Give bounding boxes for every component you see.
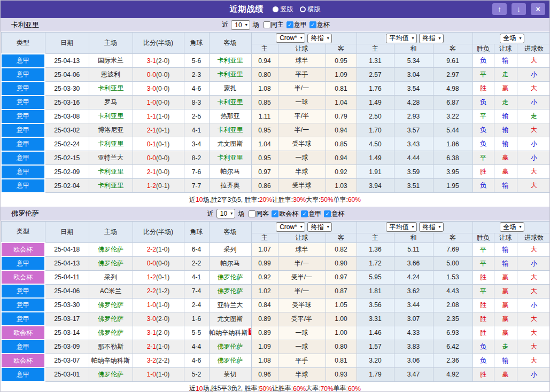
- filter-checkbox-2[interactable]: ✓: [286, 21, 293, 28]
- half-time-score: (0-0): [156, 154, 169, 162]
- handicap-cell: 受半/一: [278, 270, 326, 284]
- ah-home-odds: 0.85: [251, 96, 278, 109]
- filter-controls: 近10▾场同客✓欧会杯✓意甲✓意杯: [1, 209, 549, 218]
- league-cell: 意甲: [1, 340, 45, 354]
- euro-draw-odds: 3.62: [394, 284, 433, 298]
- scope-select[interactable]: 全场▾: [500, 34, 524, 43]
- scope-group: 全场▾: [472, 33, 550, 44]
- handicap-result-cell: 赢: [494, 151, 517, 165]
- euro-away-odds: 1.95: [433, 179, 472, 193]
- ah-home-odds: 0.96: [251, 367, 278, 381]
- euro-period-select[interactable]: 终指▾: [419, 222, 444, 232]
- handicap-result-cell: 赢: [494, 312, 517, 326]
- result-cell: 平: [472, 109, 494, 123]
- scope-select[interactable]: 全场▾: [500, 222, 524, 232]
- table-row: 意甲25-03-02博洛尼亚2-1(0-1)4-1卡利亚里0.95半/一0.94…: [1, 123, 550, 137]
- handicap-result-cell: 输: [494, 109, 517, 123]
- home-team-name: 佛罗伦萨: [98, 246, 123, 253]
- odds-company-select[interactable]: Crow*▾: [276, 33, 305, 43]
- euro-draw-odds: 5.34: [394, 54, 433, 68]
- full-time-score: 2-1: [147, 343, 156, 350]
- odds-period-select[interactable]: 终指▾: [307, 34, 332, 43]
- scroll-down-button[interactable]: ↓: [512, 3, 526, 15]
- half-time-score: (1-0): [156, 343, 169, 350]
- euro-draw-odds: 4.44: [394, 151, 433, 165]
- euro-away-odds: 3.22: [433, 109, 472, 123]
- away-team-name: 尤文图斯: [218, 140, 243, 147]
- score-cell: 3-2(2-2): [133, 354, 184, 367]
- handicap-result-cell: 赢: [494, 367, 517, 381]
- away-team-name: 佛罗伦萨: [218, 287, 243, 295]
- corners-cell: 1-6: [184, 312, 209, 326]
- full-time-score: 0-0: [147, 71, 156, 79]
- ah-home-odds: 1.04: [251, 137, 278, 151]
- league-cell: 意甲: [1, 68, 45, 82]
- summary-segment: 50%: [259, 385, 272, 392]
- summary-row: 近10场,胜2平3负5, 胜率:20% 让胜率:30% 大率:50% 单率:60…: [1, 193, 549, 207]
- full-time-score: 3-0: [147, 315, 156, 323]
- filter-checkbox-3[interactable]: ✓: [301, 210, 308, 217]
- recent-count-select[interactable]: 10▾: [216, 209, 235, 218]
- column-header: 日期: [45, 221, 89, 242]
- layout-radio-1[interactable]: [273, 6, 278, 12]
- filter-checkbox-4[interactable]: ✓: [324, 210, 331, 217]
- euro-company-select[interactable]: 平均值▾: [386, 34, 417, 43]
- close-button[interactable]: ×: [531, 3, 545, 15]
- euro-period-select[interactable]: 终指▾: [419, 34, 444, 43]
- euro-home-odds: 1.76: [357, 82, 394, 96]
- table-row: 意甲25-03-30佛罗伦萨1-0(1-0)2-4亚特兰大0.84受半球1.05…: [1, 298, 550, 312]
- euro-away-odds: 3.95: [433, 165, 472, 179]
- table-row: 意甲25-02-15亚特兰大0-0(0-0)8-2卡利亚里0.95一球0.941…: [1, 151, 550, 165]
- date-cell: 25-03-01: [45, 367, 89, 381]
- summary-segment: 让胜率:: [272, 384, 293, 392]
- select-value: 平均值: [390, 223, 409, 232]
- result-cell: 平: [472, 284, 494, 298]
- full-time-score: 2-1: [147, 127, 156, 134]
- date-cell: 25-03-02: [45, 123, 89, 137]
- ah-away-odds: 0.82: [326, 242, 357, 256]
- corners-cell: 4-1: [184, 123, 209, 137]
- ah-home-odds: 0.84: [251, 298, 278, 312]
- scroll-up-button[interactable]: ↑: [492, 3, 507, 15]
- filter-checkbox-2[interactable]: ✓: [272, 210, 278, 217]
- away-team-cell: 佛罗伦萨: [209, 354, 251, 367]
- date-cell: 25-04-13: [45, 256, 89, 270]
- euro-home-odds: 1.49: [357, 96, 394, 109]
- league-cell: 意甲: [1, 54, 45, 68]
- odds-period-select[interactable]: 终指▾: [307, 222, 332, 232]
- result-cell: 胜: [472, 326, 494, 340]
- euro-away-odds: 5.00: [433, 256, 472, 270]
- odds-company-select[interactable]: Crow*▾: [276, 222, 305, 232]
- euro-home-odds: 1.36: [357, 242, 394, 256]
- away-team-name: 卡利亚里: [218, 70, 243, 78]
- filter-checkbox-1[interactable]: [264, 21, 270, 28]
- corners-cell: 4-6: [184, 354, 209, 367]
- summary-segment: 大率:: [306, 384, 320, 392]
- euro-company-select[interactable]: 平均值▾: [386, 222, 417, 232]
- result-cell: 胜: [472, 298, 494, 312]
- ah-away-odds: 0.79: [326, 109, 357, 123]
- league-cell: 意甲: [1, 109, 45, 123]
- away-team-cell: 拉齐奥: [209, 179, 251, 193]
- recent-count-select[interactable]: 10▾: [231, 20, 250, 30]
- euro-draw-odds: 3.44: [394, 298, 433, 312]
- layout-radio-2[interactable]: [300, 6, 306, 12]
- sub-column-header: 和: [394, 44, 433, 54]
- summary-segment: 30%: [293, 196, 306, 203]
- table-row: 意甲25-02-24卡利亚里0-1(0-1)3-4尤文图斯1.04受半球0.85…: [1, 137, 550, 151]
- league-cell: 意甲: [1, 298, 45, 312]
- filter-checkbox-3[interactable]: ✓: [309, 21, 316, 28]
- chevron-down-icon: ▾: [520, 36, 522, 41]
- filter-checkbox-1[interactable]: [249, 210, 255, 217]
- home-team-cell: 卡利亚里: [89, 165, 133, 179]
- corners-cell: 4-4: [184, 340, 209, 354]
- result-cell: 负: [472, 340, 494, 354]
- home-team-name: 亚特兰大: [98, 154, 123, 161]
- handicap-result-cell: 走: [494, 340, 517, 354]
- home-team-name: 佛罗伦萨: [98, 315, 123, 323]
- column-header: 比分(半场): [133, 221, 184, 242]
- corners-cell: 4-1: [184, 270, 209, 284]
- away-team-cell: 卡利亚里: [209, 96, 251, 109]
- euro-home-odds: 1.91: [357, 165, 394, 179]
- away-team-cell: 蒙扎: [209, 82, 251, 96]
